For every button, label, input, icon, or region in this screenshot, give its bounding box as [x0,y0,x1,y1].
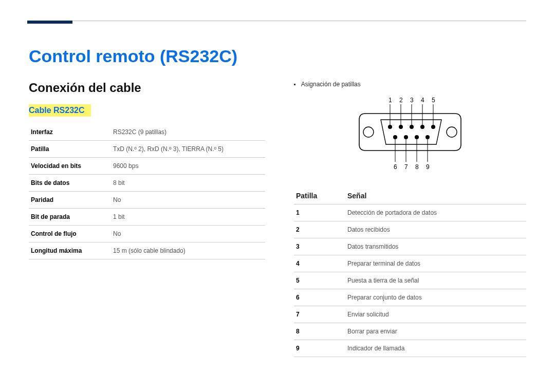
table-row: 7 Enviar solicitud [294,306,526,323]
spec-value: 15 m (sólo cable blindado) [111,242,265,259]
svg-point-13 [404,135,408,139]
signal-pin: 2 [294,221,345,238]
spec-table: Interfaz RS232C (9 patillas) Patilla TxD… [29,124,265,259]
table-row: Patilla TxD (N.º 2), RxD (N.º 3), TIERRA… [29,141,265,158]
spec-label: Bit de parada [29,209,111,226]
svg-point-6 [447,127,457,137]
spec-label: Patilla [29,141,111,158]
spec-label: Longitud máxima [29,242,111,259]
signal-name: Enviar solicitud [345,306,526,323]
svg-point-10 [420,125,424,129]
spec-label: Interfaz [29,124,111,141]
table-row: 1 Detección de portadora de datos [294,204,526,221]
signal-name: Puesta a tierra de la señal [345,272,526,289]
section-title: Conexión del cable [29,81,265,95]
svg-point-14 [415,135,419,139]
page: Control remoto (RS232C) Conexión del cab… [0,0,555,357]
spec-value: 9600 bps [111,158,265,175]
bullet-text: Asignación de patillas [301,81,361,88]
table-row: 4 Preparar terminal de datos [294,255,526,272]
signal-pin: 9 [294,340,345,357]
svg-point-15 [425,135,430,139]
pin-num: 9 [426,163,430,171]
spec-value: 1 bit [111,209,265,226]
header-rule [29,21,526,31]
signal-name: Datos transmitidos [345,238,526,255]
signal-name: Preparar conjunto de datos [345,289,526,306]
spec-value: No [111,192,265,209]
pin-num: 7 [404,163,408,171]
pin-num: 2 [399,97,403,104]
bullet-icon [294,84,295,85]
spec-value: TxD (N.º 2), RxD (N.º 3), TIERRA (N.º 5) [111,141,265,158]
table-row: 5 Puesta a tierra de la señal [294,272,526,289]
right-column: Asignación de patillas 1 2 3 4 5 [294,81,526,357]
pin-num: 8 [415,163,419,171]
svg-point-11 [431,125,435,129]
signal-pin: 7 [294,306,345,323]
table-row: Bits de datos 8 bit [29,175,265,192]
db9-connector-diagram: 1 2 3 4 5 [356,95,464,174]
svg-point-7 [388,125,392,129]
svg-point-9 [410,125,414,129]
table-row: Bit de parada 1 bit [29,209,265,226]
table-row: Velocidad en bits 9600 bps [29,158,265,175]
signal-table-header-pin: Patilla [294,188,345,204]
spec-label: Velocidad en bits [29,158,111,175]
header-marker [27,21,72,24]
svg-point-12 [393,135,397,139]
spec-label: Paridad [29,192,111,209]
pin-num: 5 [432,97,435,104]
signal-name: Datos recibidos [345,221,526,238]
signal-table: Patilla Señal 1 Detección de portadora d… [294,188,526,357]
signal-pin: 3 [294,238,345,255]
signal-name: Detección de portadora de datos [345,204,526,221]
svg-point-5 [363,127,374,137]
table-row: Paridad No [29,192,265,209]
spec-label: Bits de datos [29,175,111,192]
table-row: Longitud máxima 15 m (sólo cable blindad… [29,242,265,259]
page-title: Control remoto (RS232C) [29,46,526,66]
table-row: 3 Datos transmitidos [294,238,526,255]
signal-pin: 4 [294,255,345,272]
table-row: 8 Borrar para enviar [294,323,526,340]
bullet-line: Asignación de patillas [294,81,526,88]
signal-pin: 1 [294,204,345,221]
table-row: 9 Indicador de llamada [294,340,526,357]
signal-name: Preparar terminal de datos [345,255,526,272]
left-column: Conexión del cable Cable RS232C Interfaz… [29,81,265,357]
table-row: 2 Datos recibidos [294,221,526,238]
signal-pin: 5 [294,272,345,289]
pin-num: 1 [388,97,392,104]
signal-name: Borrar para enviar [345,323,526,340]
spec-value: RS232C (9 patillas) [111,124,265,141]
spec-value: No [111,226,265,242]
table-row: 6 Preparar conjunto de datos [294,289,526,306]
spec-value: 8 bit [111,175,265,192]
pin-num: 6 [394,163,397,171]
spec-label: Control de flujo [29,226,111,242]
signal-pin: 6 [294,289,345,306]
signal-pin: 8 [294,323,345,340]
pin-num: 4 [421,97,424,104]
two-column-layout: Conexión del cable Cable RS232C Interfaz… [29,81,526,357]
svg-point-8 [399,125,403,129]
subsection-title: Cable RS232C [29,104,91,117]
table-row: Control de flujo No [29,226,265,242]
table-row: Interfaz RS232C (9 patillas) [29,124,265,141]
signal-name: Indicador de llamada [345,340,526,357]
signal-table-header-signal: Señal [345,188,526,204]
pin-num: 3 [410,97,414,104]
